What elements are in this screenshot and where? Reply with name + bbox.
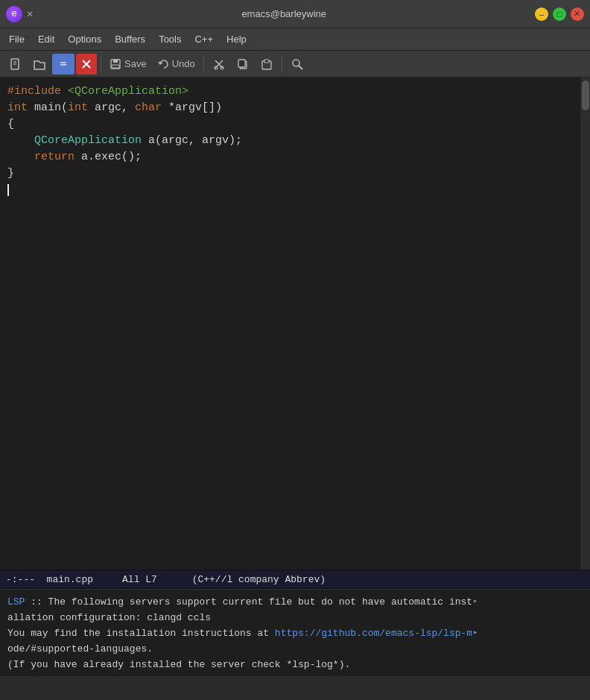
save-icon: [110, 58, 121, 70]
code-editor[interactable]: #include <QCoreApplication> int main(int…: [0, 78, 580, 570]
toolbar-separator-2: [203, 56, 204, 72]
search-button[interactable]: [286, 54, 308, 75]
code-line-2: int main(int argc, char *argv[]): [7, 100, 572, 116]
svg-rect-9: [113, 60, 118, 63]
new-file-icon: [9, 57, 22, 71]
copy-icon: [236, 57, 250, 71]
code-line-6: }: [7, 165, 572, 182]
svg-rect-16: [238, 60, 245, 67]
pin-icon[interactable]: ✕: [27, 7, 33, 20]
msg-line-4: ode/#supported-languages.: [7, 641, 583, 657]
editor-container: #include <QCoreApplication> int main(int…: [0, 78, 590, 570]
active-buffer-button[interactable]: [52, 54, 74, 75]
titlebar-left: e ✕: [6, 6, 33, 22]
msg-url: https://github.com/emacs-lsp/lsp-m: [275, 628, 472, 639]
svg-rect-3: [58, 60, 69, 69]
code-line-5: return a.exec();: [7, 149, 572, 165]
search-icon: [291, 57, 304, 71]
status-text: -:--- main.cpp All L7 (C++//l company Ab…: [6, 574, 326, 585]
toolbar-separator-3: [282, 56, 282, 72]
maximize-label: □: [557, 10, 562, 19]
app-icon: e: [6, 6, 22, 22]
svg-line-20: [299, 66, 302, 69]
menu-bar: File Edit Options Buffers Tools C++ Help: [0, 28, 590, 51]
open-file-button[interactable]: [28, 54, 51, 75]
window-title: emacs@barleywine: [241, 8, 326, 19]
text-cursor: [7, 184, 9, 196]
menu-cpp[interactable]: C++: [188, 31, 219, 47]
buffer-icon: [57, 57, 70, 71]
svg-point-19: [293, 60, 299, 66]
undo-label: Undo: [172, 58, 195, 69]
svg-rect-18: [264, 60, 269, 63]
msg-line-2: allation configuration: clangd ccls: [7, 610, 583, 625]
cut-icon: [212, 57, 226, 71]
msg-line-3: You may find the installation instructio…: [7, 625, 583, 641]
minimize-label: –: [539, 10, 544, 19]
new-file-button[interactable]: [4, 54, 27, 75]
save-button[interactable]: Save: [105, 54, 151, 74]
scrollbar[interactable]: [580, 78, 590, 570]
msg-line-1: LSP :: The following servers support cur…: [7, 594, 583, 610]
msg-line-5: (If you have already installed the serve…: [7, 657, 583, 672]
toolbar-separator-1: [101, 56, 101, 72]
menu-tools[interactable]: Tools: [153, 31, 187, 47]
code-line-1: #include <QCoreApplication>: [7, 83, 572, 100]
msg-lsp-label: LSP: [7, 596, 25, 608]
cut-button[interactable]: [208, 54, 230, 75]
title-bar: e ✕ emacs@barleywine – □ ✕: [0, 0, 590, 28]
minimize-button[interactable]: –: [535, 7, 548, 21]
code-line-3: {: [7, 116, 572, 133]
close-button[interactable]: ✕: [571, 7, 584, 21]
undo-icon: [157, 58, 169, 70]
paste-icon: [260, 57, 273, 71]
menu-options[interactable]: Options: [62, 31, 107, 47]
code-line-4: QCoreApplication a(argc, argv);: [7, 133, 572, 149]
close-buffer-button[interactable]: [76, 54, 97, 75]
undo-button[interactable]: Undo: [153, 54, 200, 74]
copy-button[interactable]: [232, 54, 254, 75]
open-folder-icon: [33, 57, 46, 71]
close-label: ✕: [574, 9, 580, 19]
code-line-7: [7, 182, 572, 198]
paste-button[interactable]: [256, 54, 278, 75]
svg-rect-10: [112, 65, 119, 68]
message-area: LSP :: The following servers support cur…: [0, 589, 590, 676]
menu-buffers[interactable]: Buffers: [109, 31, 151, 47]
menu-edit[interactable]: Edit: [32, 31, 60, 47]
titlebar-controls: – □ ✕: [535, 7, 584, 21]
status-bar: -:--- main.cpp All L7 (C++//l company Ab…: [0, 570, 590, 589]
maximize-button[interactable]: □: [553, 7, 566, 21]
close-icon: [81, 59, 92, 69]
menu-help[interactable]: Help: [221, 31, 253, 47]
menu-file[interactable]: File: [3, 31, 31, 47]
save-label: Save: [124, 58, 147, 69]
scrollbar-thumb[interactable]: [582, 81, 589, 110]
toolbar: Save Undo: [0, 51, 590, 78]
